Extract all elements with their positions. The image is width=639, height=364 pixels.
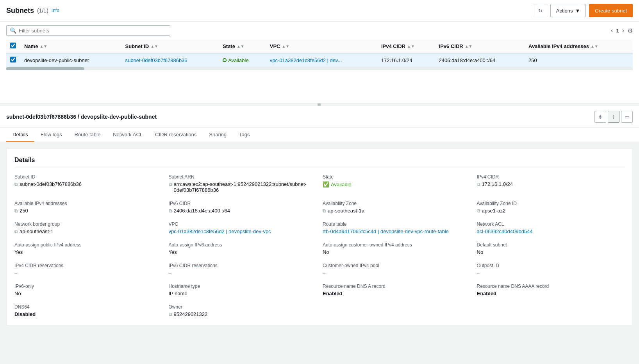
col-name-label: Name — [24, 43, 38, 49]
create-subnet-button[interactable]: Create subnet — [589, 4, 633, 17]
auto-ipv6-text: Yes — [169, 249, 177, 255]
split-horizontal-view-button[interactable]: ⇟ — [594, 111, 606, 123]
split-vertical-view-button[interactable]: ⁞ — [608, 111, 619, 123]
details-grid: Subnet ID ⧉ subnet-0def03b7f67886b36 Sub… — [14, 174, 625, 317]
vpc-detail-link[interactable]: vpc-01a382de1c8fe56d2 | devopslite-dev-v… — [169, 228, 271, 234]
scroll-track — [6, 67, 633, 70]
dns-aaaa-record-text: Enabled — [477, 291, 497, 296]
subnets-table: Name ▲▼ Subnet ID ▲▼ State ▲▼ — [6, 39, 633, 67]
info-link[interactable]: Info — [52, 8, 59, 13]
col-state: State ▲▼ — [219, 39, 266, 53]
detail-value-network-border-group: ⧉ ap-southeast-1 — [14, 228, 162, 234]
tab-sharing[interactable]: Sharing — [203, 128, 233, 142]
detail-field-ipv4-cidr-res: IPv4 CIDR reservations – — [14, 263, 162, 276]
status-dot-icon — [223, 58, 227, 62]
detail-field-auto-ipv4: Auto-assign public IPv4 address Yes — [14, 242, 162, 255]
col-vpc-sort-icon[interactable]: ▲▼ — [282, 44, 289, 48]
detail-value-auto-customer-ipv4: No — [323, 249, 471, 255]
tab-tags[interactable]: Tags — [233, 128, 256, 142]
az-id-text: apse1-az2 — [482, 208, 506, 214]
detail-value-ipv6-only: No — [14, 291, 162, 296]
next-page-button[interactable]: › — [621, 26, 626, 35]
tab-cidr-reservations[interactable]: CIDR reservations — [149, 128, 203, 142]
auto-customer-ipv4-text: No — [323, 249, 329, 255]
copy-nbg-icon[interactable]: ⧉ — [14, 229, 18, 234]
subnet-id-link[interactable]: subnet-0def03b7f67886b36 — [125, 57, 187, 63]
detail-label-az: Availability Zone — [323, 201, 471, 206]
detail-label-ipv4-cidr: IPv4 CIDR — [477, 174, 625, 180]
col-ipv4-cidr-label: IPv4 CIDR — [381, 43, 405, 49]
detail-label-hostname-type: Hostname type — [169, 284, 317, 289]
col-ipv6-sort-icon[interactable]: ▲▼ — [465, 44, 473, 48]
detail-label-subnet-arn: Subnet ARN — [169, 174, 317, 180]
detail-label-dns64: DNS64 — [14, 304, 162, 310]
route-table-link[interactable]: rtb-0d4a9417065fc5c4d | devopslite-dev-v… — [323, 228, 449, 234]
vpc-link[interactable]: vpc-01a382de1c8fe56d2 | dev... — [270, 57, 342, 63]
copy-subnet-id-icon[interactable]: ⧉ — [14, 182, 18, 187]
auto-ipv4-text: Yes — [14, 249, 23, 255]
col-state-sort-icon[interactable]: ▲▼ — [237, 44, 245, 48]
detail-field-default-subnet: Default subnet No — [477, 242, 625, 255]
detail-label-ipv6-cidr-res: IPv6 CIDR reservations — [169, 263, 317, 268]
row-checkbox[interactable] — [10, 57, 16, 62]
tab-details[interactable]: Details — [6, 128, 34, 142]
detail-value-vpc[interactable]: vpc-01a382de1c8fe56d2 | devopslite-dev-v… — [169, 228, 317, 234]
col-name-sort-icon[interactable]: ▲▼ — [39, 44, 47, 48]
detail-field-az: Availability Zone ⧉ ap-southeast-1a — [323, 201, 471, 214]
search-icon: 🔍 — [10, 27, 16, 34]
scroll-thumb[interactable] — [6, 67, 84, 70]
default-subnet-text: No — [477, 249, 484, 255]
resize-handle[interactable]: ≡ — [0, 103, 639, 106]
state-available-badge: Available — [223, 57, 262, 63]
tabs-bar: Details Flow logs Route table Network AC… — [0, 128, 639, 142]
col-avail-sort-icon[interactable]: ▲▼ — [591, 44, 598, 48]
refresh-button[interactable]: ↻ — [534, 4, 547, 17]
detail-field-dns64: DNS64 Disabled — [14, 304, 162, 317]
detail-value-route-table[interactable]: rtb-0d4a9417065fc5c4d | devopslite-dev-v… — [323, 228, 471, 234]
col-subnet-sort-icon[interactable]: ▲▼ — [150, 44, 158, 48]
detail-label-ipv6-cidr: IPv6 CIDR — [169, 201, 317, 206]
ipv6-only-text: No — [14, 291, 21, 296]
table-settings-icon[interactable]: ⚙ — [627, 27, 633, 34]
network-border-group-text: ap-southeast-1 — [20, 228, 54, 234]
detail-value-network-acl[interactable]: acl-06392c40d409bd544 — [477, 228, 625, 234]
copy-az-icon[interactable]: ⧉ — [323, 208, 326, 214]
copy-arn-icon[interactable]: ⧉ — [169, 182, 172, 187]
tab-network-acl[interactable]: Network ACL — [107, 128, 149, 142]
full-view-button[interactable]: ▭ — [621, 111, 633, 123]
search-input[interactable] — [19, 28, 167, 34]
network-acl-link[interactable]: acl-06392c40d409bd544 — [477, 228, 533, 234]
table-row[interactable]: devopslite-dev-public-subnet subnet-0def… — [6, 53, 633, 67]
detail-field-network-border-group: Network border group ⧉ ap-southeast-1 — [14, 221, 162, 234]
split-vertical-icon: ⁞ — [613, 114, 614, 120]
refresh-icon: ↻ — [538, 8, 543, 14]
available-ipv4-text: 250 — [20, 208, 28, 214]
detail-value-ipv6-cidr: ⧉ 2406:da18:d4e:a400::/64 — [169, 208, 317, 214]
detail-value-dns-aaaa-record: Enabled — [477, 291, 625, 296]
select-all-checkbox[interactable] — [10, 43, 16, 48]
copy-owner-icon[interactable]: ⧉ — [169, 312, 172, 317]
detail-value-dns-a-record: Enabled — [323, 291, 471, 296]
full-view-icon: ▭ — [625, 114, 630, 120]
col-ipv4-sort-icon[interactable]: ▲▼ — [407, 44, 415, 48]
row-available-ipv4: 250 — [525, 53, 633, 67]
detail-label-network-border-group: Network border group — [14, 221, 162, 227]
row-name-value: devopslite-dev-public-subnet — [24, 57, 89, 63]
col-vpc: VPC ▲▼ — [266, 39, 377, 53]
available-ipv4-value: 250 — [528, 57, 537, 63]
copy-ipv6-cidr-icon[interactable]: ⧉ — [169, 208, 172, 214]
detail-field-customer-ipv4-pool: Customer-owned IPv4 pool – — [323, 263, 471, 276]
copy-ipv4-cidr-icon[interactable]: ⧉ — [477, 182, 480, 187]
ipv4-cidr-res-text: – — [14, 270, 17, 276]
detail-value-owner: ⧉ 952429021322 — [169, 311, 317, 317]
col-state-label: State — [223, 43, 235, 49]
row-subnet-id: subnet-0def03b7f67886b36 — [121, 53, 219, 67]
prev-page-button[interactable]: ‹ — [609, 26, 614, 35]
tab-flow-logs[interactable]: Flow logs — [34, 128, 68, 142]
tab-route-table[interactable]: Route table — [68, 128, 107, 142]
copy-avail-icon[interactable]: ⧉ — [14, 208, 18, 214]
copy-az-id-icon[interactable]: ⧉ — [477, 208, 480, 214]
row-checkbox-cell — [6, 53, 20, 67]
detail-value-default-subnet: No — [477, 249, 625, 255]
actions-button[interactable]: Actions ▼ — [550, 4, 586, 17]
